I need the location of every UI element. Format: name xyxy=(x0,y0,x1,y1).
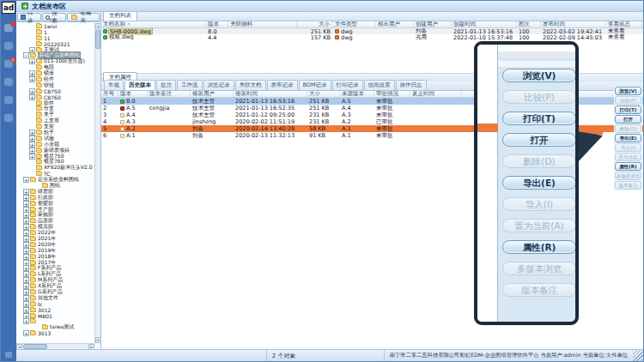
menu-browse-button[interactable]: 浏览(V) xyxy=(615,87,641,95)
expand-icon[interactable]: + xyxy=(29,94,35,100)
props-tab-3[interactable]: 工作流 xyxy=(177,80,203,90)
tree-item[interactable]: +行政部 xyxy=(16,195,94,201)
scrollbar-thumb[interactable] xyxy=(95,30,100,49)
column-header[interactable]: 来源版本 xyxy=(340,91,374,97)
user-icon[interactable] xyxy=(4,96,13,104)
magnified-menu-properties-button[interactable]: 属性(R) xyxy=(502,240,576,254)
menu-open-button[interactable]: 打开 xyxy=(615,115,641,124)
expand-icon[interactable]: + xyxy=(23,177,29,183)
title-bar[interactable]: 文档发布区 xyxy=(16,1,643,12)
tree-item[interactable]: 分支 xyxy=(16,106,94,112)
expand-icon[interactable]: + xyxy=(23,318,29,324)
expand-icon[interactable]: + xyxy=(29,154,35,160)
tree-item[interactable]: +组件 xyxy=(16,76,94,82)
tree-item[interactable]: +011-100(变压器) xyxy=(16,58,94,64)
tree-item[interactable]: +品质部 xyxy=(16,218,94,224)
tree-item[interactable]: +MB01 xyxy=(16,313,94,319)
menu-print-button[interactable]: 打印(T) xyxy=(615,106,641,114)
column-header[interactable]: 序号 xyxy=(101,91,118,97)
expand-icon[interactable]: + xyxy=(29,76,35,82)
hist-size: 251 KB xyxy=(307,105,340,112)
settings-bottom-icon[interactable] xyxy=(5,352,12,358)
folder-icon xyxy=(36,24,42,28)
column-header[interactable]: 废止时间 xyxy=(410,91,462,97)
column-header[interactable]: 修改用户 xyxy=(191,91,234,97)
column-header[interactable]: 检出用户 xyxy=(376,21,414,27)
tab-favorites[interactable]: 收藏夹 xyxy=(67,13,100,21)
tree-item-label: taiwa测试 xyxy=(50,323,74,331)
tree-item[interactable]: +轮子 xyxy=(16,130,94,136)
collapse-icon[interactable]: − xyxy=(23,52,29,58)
props-tab-8[interactable]: 打印记录 xyxy=(332,80,363,90)
folder-icon xyxy=(30,308,36,312)
column-header[interactable]: 图次 xyxy=(517,21,541,27)
expand-icon[interactable]: + xyxy=(29,58,35,64)
column-header[interactable]: 大小 xyxy=(307,91,340,97)
column-header[interactable]: 发布时间 xyxy=(541,21,606,27)
column-header[interactable]: 大小 xyxy=(297,21,333,27)
hist-source-version: A.1 xyxy=(340,125,374,132)
column-header[interactable]: 查看状态 xyxy=(606,21,642,27)
column-header[interactable]: 创建用户 xyxy=(414,21,452,27)
column-header[interactable]: 修改时间 xyxy=(234,91,307,97)
column-header[interactable]: 版本 xyxy=(118,91,148,97)
column-header[interactable]: 版本 xyxy=(206,21,228,27)
column-header[interactable]: 文件类型 xyxy=(333,21,376,27)
props-tab-6[interactable]: 发布记录 xyxy=(267,80,298,90)
tree-vertical-scrollbar[interactable]: ▴ ▾ xyxy=(94,23,100,343)
props-tab-5[interactable]: 关联文档 xyxy=(235,80,266,90)
menu-export-button[interactable]: 导出(E) xyxy=(615,134,641,142)
resize-grip[interactable] xyxy=(633,350,643,361)
folder-icon xyxy=(30,213,36,217)
tree-item[interactable]: taiwa测试 xyxy=(16,324,94,330)
props-tab-1[interactable]: 历史版本 xyxy=(125,80,155,90)
props-tab-7[interactable]: BOM记录 xyxy=(299,80,331,90)
magnified-menu-open-button[interactable]: 打开 xyxy=(502,133,576,147)
tree-item[interactable]: +3012 xyxy=(16,307,94,313)
expand-icon[interactable]: + xyxy=(23,330,29,336)
column-header[interactable]: 文档名称^ xyxy=(101,21,206,27)
tree-item[interactable]: +塑胶部 xyxy=(16,201,94,207)
folder-icon[interactable] xyxy=(4,42,13,50)
tree-item[interactable]: 11 xyxy=(16,35,94,41)
table-row[interactable]: 模板.dwg4.4157 KBdwg兆用2022-01-10 15:37:481… xyxy=(101,34,643,40)
tree-item[interactable]: 铰链 xyxy=(16,82,94,88)
props-tab-10[interactable]: 操作日志 xyxy=(396,80,427,90)
tab-catalog[interactable]: 目录 xyxy=(17,13,41,21)
magnified-menu-export-button[interactable]: 导出(E) xyxy=(502,176,576,190)
tree-item[interactable]: 1 xyxy=(16,29,94,35)
props-tab-2[interactable]: 批注 xyxy=(156,80,176,90)
props-tab-9[interactable]: 借阅设置 xyxy=(364,80,395,90)
folder-icon xyxy=(30,231,36,235)
gear-icon[interactable] xyxy=(4,114,13,122)
tree-item[interactable]: +其他文件 xyxy=(16,295,94,301)
column-header[interactable]: 审批情况 xyxy=(374,91,410,97)
magnified-menu-browse-button[interactable]: 浏览(V) xyxy=(502,69,576,82)
tree-item[interactable]: +生产部 xyxy=(16,207,94,213)
props-tab-0[interactable]: 常规 xyxy=(104,80,124,90)
scroll-up-icon[interactable]: ▴ xyxy=(95,23,101,29)
tree-item[interactable]: +CB750 xyxy=(16,88,94,94)
scroll-down-icon[interactable]: ▾ xyxy=(95,337,101,343)
magnified-menu-print-button[interactable]: 打印(T) xyxy=(502,112,576,125)
folder-icon xyxy=(36,48,42,52)
chart-icon[interactable]: 2 xyxy=(4,60,13,68)
tree-item[interactable]: 1wisi xyxy=(16,23,94,29)
tree-item[interactable]: XF920新冲压头V2.0 图纸 xyxy=(16,165,94,171)
tree-item[interactable]: +CB760 xyxy=(16,94,94,100)
props-tab-4[interactable]: 浏览记录 xyxy=(204,80,234,90)
column-header[interactable]: 关联物料 xyxy=(228,21,297,27)
column-header[interactable]: 创建时间 xyxy=(452,21,517,27)
tree-item[interactable]: 部件 xyxy=(16,100,94,106)
tab-search[interactable]: 搜索 xyxy=(42,13,65,21)
folder-icon xyxy=(30,278,36,282)
menu-properties-button[interactable]: 属性(R) xyxy=(615,162,641,171)
refresh-icon[interactable] xyxy=(4,78,13,86)
tree-item[interactable]: +锁座 xyxy=(16,70,94,76)
chat-icon[interactable] xyxy=(4,24,13,32)
tree-item[interactable]: 图纸 xyxy=(16,183,94,189)
tree-item[interactable]: 上支座 xyxy=(16,118,94,124)
tree-item[interactable]: +采购部 xyxy=(16,213,94,219)
tree-horizontal-scrollbar[interactable]: ◂ ▸ xyxy=(16,343,94,349)
column-header[interactable]: 版本备注 xyxy=(148,91,191,97)
